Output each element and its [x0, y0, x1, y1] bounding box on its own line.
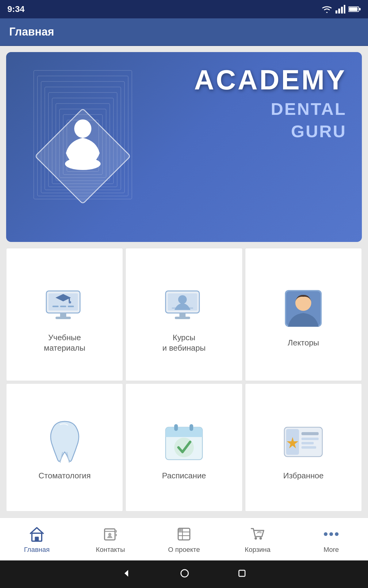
back-button[interactable] [122, 569, 131, 580]
svg-rect-5 [349, 7, 358, 11]
svg-rect-35 [172, 307, 178, 309]
svg-point-47 [174, 438, 194, 457]
svg-rect-54 [301, 446, 316, 449]
svg-rect-45 [174, 424, 178, 431]
dental-label: Стоматология [39, 471, 91, 481]
lecturers-label: Лекторы [288, 338, 319, 348]
contacts-icon [103, 526, 118, 542]
hero-content: ACADEMY DENTAL GURU [6, 52, 362, 242]
main-content: ACADEMY DENTAL GURU [0, 46, 368, 518]
svg-rect-52 [301, 438, 319, 440]
monitor-person-icon [161, 285, 207, 322]
grid-card-courses[interactable]: Курсыи вебинары [125, 248, 242, 381]
svg-rect-0 [335, 10, 337, 13]
svg-rect-1 [338, 9, 340, 13]
hero-subtitle-text: DENTAL GURU [271, 98, 347, 143]
svg-rect-23 [56, 317, 71, 319]
nav-item-cart[interactable]: Корзина [221, 518, 294, 560]
svg-rect-28 [60, 306, 66, 307]
svg-rect-2 [341, 7, 343, 13]
app-bar-title: Главная [9, 25, 54, 38]
svg-point-68 [259, 537, 262, 540]
svg-point-26 [69, 301, 71, 303]
svg-rect-33 [179, 313, 186, 317]
more-icon-wrap [322, 525, 340, 543]
contacts-icon-wrap [101, 525, 120, 543]
dental-icon-wrap [40, 417, 89, 466]
hero-banner: ACADEMY DENTAL GURU [6, 52, 362, 242]
home-icon-wrap [28, 525, 46, 543]
hero-geometric [31, 67, 166, 227]
system-nav-bar [0, 560, 368, 588]
cart-icon-wrap [248, 525, 267, 543]
bottom-nav: Главная Контакты [0, 518, 368, 560]
grid-card-dental[interactable]: Стоматология [6, 383, 123, 511]
svg-marker-72 [125, 570, 128, 577]
educational-materials-label: Учебныематериалы [44, 333, 85, 353]
grid-section: Учебныематериалы [0, 242, 368, 518]
svg-rect-22 [60, 313, 66, 317]
svg-point-71 [335, 532, 339, 536]
status-icons [321, 5, 361, 13]
wifi-icon [321, 5, 332, 13]
person-card-icon [282, 287, 325, 330]
svg-point-19 [65, 158, 101, 170]
nav-label-cart: Корзина [245, 546, 270, 554]
nav-label-contacts: Контакты [96, 546, 125, 554]
svg-rect-53 [301, 442, 314, 444]
grid-card-educational-materials[interactable]: Учебныематериалы [6, 248, 123, 381]
schedule-icon-wrap [159, 417, 209, 466]
lecturers-icon-wrap [279, 284, 328, 333]
svg-rect-59 [115, 530, 117, 533]
svg-rect-51 [301, 432, 319, 435]
svg-rect-3 [344, 5, 345, 13]
svg-rect-27 [52, 306, 59, 307]
signal-icon [335, 5, 345, 13]
about-icon-wrap [175, 525, 193, 543]
svg-point-73 [181, 570, 188, 577]
svg-point-18 [74, 119, 91, 138]
home-button[interactable] [180, 569, 189, 580]
nav-label-more: More [324, 546, 339, 554]
nav-label-home: Главная [24, 546, 50, 554]
svg-point-32 [178, 295, 187, 304]
nav-label-about: О проекте [168, 546, 200, 554]
nav-item-more[interactable]: More [294, 518, 368, 560]
svg-rect-29 [68, 306, 74, 307]
svg-rect-44 [166, 433, 202, 437]
status-time: 9:34 [7, 4, 25, 14]
svg-point-69 [324, 532, 328, 536]
svg-rect-36 [186, 307, 193, 309]
svg-rect-46 [190, 424, 193, 431]
svg-rect-56 [35, 537, 39, 541]
nav-item-home[interactable]: Главная [0, 518, 74, 560]
nav-item-contacts[interactable]: Контакты [74, 518, 147, 560]
svg-rect-74 [239, 570, 245, 576]
status-bar: 9:34 [0, 0, 368, 18]
recents-button[interactable] [238, 569, 246, 579]
svg-rect-66 [179, 529, 182, 531]
app-bar: Главная [0, 18, 368, 46]
monitor-graduation-icon [42, 285, 88, 322]
hero-academy-text: ACADEMY [194, 64, 347, 96]
calendar-icon [163, 420, 205, 463]
favorites-label: Избранное [283, 471, 324, 481]
educational-materials-icon-wrap [40, 279, 89, 328]
grid-card-lecturers[interactable]: Лекторы [245, 248, 362, 381]
about-icon [176, 526, 192, 542]
grid-card-schedule[interactable]: Расписание [125, 383, 242, 511]
nav-item-about[interactable]: О проекте [147, 518, 221, 560]
svg-point-70 [329, 532, 333, 536]
certificate-icon [282, 423, 325, 460]
courses-icon-wrap [159, 279, 209, 328]
home-icon [29, 526, 45, 542]
svg-point-67 [255, 537, 257, 540]
svg-rect-60 [115, 534, 117, 536]
favorites-icon-wrap [279, 417, 328, 466]
grid-card-favorites[interactable]: Избранное [245, 383, 362, 511]
more-icon [323, 531, 339, 537]
battery-icon [348, 6, 361, 13]
schedule-label: Расписание [162, 471, 206, 481]
svg-rect-34 [175, 317, 190, 319]
courses-label: Курсыи вебинары [163, 333, 206, 353]
